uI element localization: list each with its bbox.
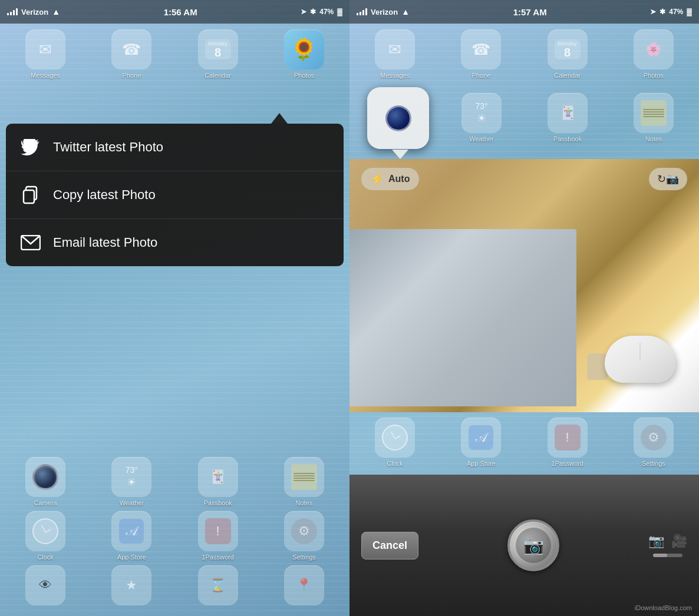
calendar-app[interactable]: Monday 8 Calendar: [177, 29, 259, 79]
star-app[interactable]: [91, 565, 172, 605]
right-battery-icon: ▓: [687, 8, 692, 16]
flip-camera-button[interactable]: ↻📷: [649, 168, 687, 190]
clock-icon[interactable]: [25, 511, 65, 551]
right-notes-icon[interactable]: [634, 93, 674, 133]
photo-mode-icon[interactable]: 📷: [648, 534, 664, 549]
right-status-left: Verizon ▲: [357, 7, 410, 16]
right-settings-gear: ⚙: [641, 425, 667, 451]
settings-app[interactable]: ⚙ Settings: [263, 511, 345, 561]
right-row1: Clock 𝒜 App Store ! 1Password ⚙ Settings: [354, 418, 694, 467]
video-mode-icon[interactable]: 🎥: [671, 534, 687, 549]
email-photo-item[interactable]: Email latest Photo: [6, 219, 344, 266]
twitter-photo-item[interactable]: Twitter latest Photo: [6, 124, 344, 171]
right-notes-lines: [641, 100, 667, 126]
phone-app[interactable]: Phone: [91, 29, 172, 79]
right-appstore-app[interactable]: 𝒜 App Store: [440, 418, 522, 467]
battery-icon: ▓: [337, 8, 342, 16]
1password-label: 1Password: [202, 554, 233, 561]
1password-symbol: !: [205, 518, 231, 544]
clock-label: Clock: [37, 554, 54, 561]
right-carrier-label: Verizon: [371, 8, 398, 16]
right-notes-label: Notes: [645, 135, 662, 143]
camera-app-icon[interactable]: [25, 457, 65, 497]
right-phone-app[interactable]: Phone: [440, 29, 522, 79]
passbook-icon[interactable]: [198, 457, 238, 497]
eye-icon[interactable]: [25, 565, 65, 605]
right-phone: Verizon ▲ 1:57 AM ➤ ✱ 47% ▓ Messages Pho…: [350, 0, 699, 616]
flip-camera-icon: ↻📷: [657, 173, 679, 185]
appstore-app[interactable]: 𝒜 App Store: [91, 511, 172, 561]
left-status-bar: Verizon ▲ 1:56 AM ➤ ✱ 47% ▓: [0, 0, 350, 24]
right-settings-icon[interactable]: ⚙: [634, 418, 674, 458]
notes-icon[interactable]: [284, 457, 324, 497]
clock-app[interactable]: Clock: [5, 511, 86, 561]
shutter-button[interactable]: 📷: [507, 519, 559, 571]
location-app[interactable]: [263, 565, 345, 605]
copy-photo-item[interactable]: Copy latest Photo: [6, 171, 344, 219]
photos-icon[interactable]: 🌻: [284, 29, 324, 69]
camera-big-icon-inner[interactable]: [367, 87, 429, 149]
left-bottom-grid: Camera 73° ☀ Weather Passbook: [0, 457, 350, 616]
right-1password-icon[interactable]: !: [548, 418, 588, 458]
right-appstore-icon[interactable]: 𝒜: [461, 418, 501, 458]
camera-big-app[interactable]: [367, 87, 429, 149]
right-clock-icon[interactable]: [375, 418, 415, 458]
calendar-icon[interactable]: Monday 8: [198, 29, 238, 69]
right-settings-app[interactable]: ⚙ Settings: [613, 418, 694, 467]
email-icon: [20, 232, 41, 253]
right-passbook-icon[interactable]: [548, 93, 588, 133]
laptop-shape: [350, 229, 576, 406]
mode-slider[interactable]: [653, 554, 682, 557]
hourglass-app[interactable]: [177, 565, 259, 605]
settings-icon[interactable]: ⚙: [284, 511, 324, 551]
svg-rect-1: [24, 190, 34, 203]
right-photos-symbol: [645, 42, 661, 57]
flash-auto-button[interactable]: ⚡ Auto: [361, 168, 419, 190]
right-photos-icon[interactable]: [634, 29, 674, 69]
right-calendar-icon[interactable]: Monday 8: [548, 29, 588, 69]
notes-app[interactable]: Notes: [263, 457, 345, 506]
right-clock-app[interactable]: Clock: [354, 418, 436, 467]
right-calendar-app[interactable]: Monday 8 Calendar: [527, 29, 608, 79]
camera-app[interactable]: Camera: [5, 457, 86, 506]
right-weather-app[interactable]: 73° ☀ Weather: [441, 93, 522, 143]
right-1password-label: 1Password: [551, 460, 583, 467]
right-weather-icon[interactable]: 73° ☀: [461, 93, 502, 133]
settings-label: Settings: [292, 554, 316, 561]
star-icon[interactable]: [111, 565, 151, 605]
camera-lens-icon: [32, 464, 58, 490]
magic-mouse: [605, 336, 675, 383]
passbook-app[interactable]: Passbook: [177, 457, 259, 506]
flash-auto-label: Auto: [388, 174, 410, 184]
right-messages-app[interactable]: Messages: [354, 29, 436, 79]
passbook-label: Passbook: [203, 499, 232, 506]
1password-icon[interactable]: !: [198, 511, 238, 551]
phone-icon[interactable]: [111, 29, 151, 69]
right-passbook-app[interactable]: Passbook: [527, 93, 608, 143]
right-calendar-day: 8: [564, 47, 571, 58]
right-messages-icon[interactable]: [375, 29, 415, 69]
popup-arrow: [271, 113, 288, 124]
right-phone-icon[interactable]: [461, 29, 501, 69]
hourglass-icon[interactable]: [198, 565, 238, 605]
messages-icon[interactable]: [25, 29, 65, 69]
cancel-button[interactable]: Cancel: [361, 532, 418, 559]
messages-app[interactable]: Messages: [5, 29, 86, 79]
right-weather-sun: ☀: [475, 112, 487, 125]
1password-app[interactable]: ! 1Password: [177, 511, 259, 561]
messages-label: Messages: [31, 72, 60, 79]
bluetooth-icon: ✱: [310, 8, 316, 16]
weather-app[interactable]: 73° ☀ Weather: [91, 457, 172, 506]
right-notes-app[interactable]: Notes: [613, 93, 694, 143]
right-photos-app[interactable]: Photos: [613, 29, 694, 79]
location-icon[interactable]: [284, 565, 324, 605]
right-1password-app[interactable]: ! 1Password: [527, 418, 608, 467]
left-time: 1:56 AM: [164, 7, 197, 17]
weather-app-icon[interactable]: 73° ☀: [111, 457, 151, 497]
flash-icon: ⚡: [371, 173, 384, 186]
wifi-icon: ▲: [52, 7, 60, 16]
photos-app[interactable]: 🌻 Photos: [263, 29, 345, 79]
appstore-icon[interactable]: 𝒜: [111, 511, 151, 551]
weather-sun: ☀: [126, 476, 138, 489]
eye-app[interactable]: [5, 565, 86, 605]
